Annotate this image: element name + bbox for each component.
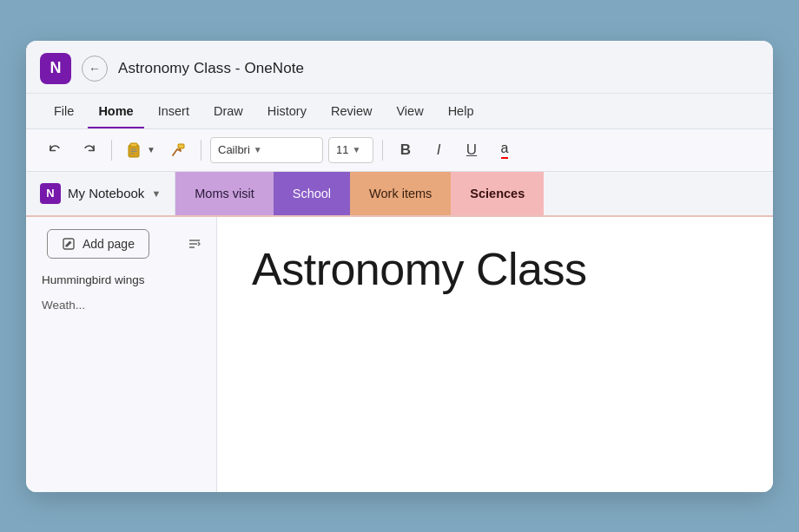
menu-item-history[interactable]: History <box>257 99 317 128</box>
menu-item-help[interactable]: Help <box>438 99 485 128</box>
window-title: Astronomy Class - OneNote <box>118 60 304 77</box>
svg-rect-5 <box>178 144 184 148</box>
main-content[interactable]: Astronomy Class <box>217 217 773 492</box>
menu-item-review[interactable]: Review <box>320 99 383 128</box>
title-bar: N ← Astronomy Class - OneNote <box>26 41 773 94</box>
back-button[interactable]: ← <box>82 56 108 82</box>
font-family-dropdown[interactable]: Cailbri ▼ <box>210 137 323 163</box>
notebook-bar: N My Notebook ▼ Moms visit School Work i… <box>26 172 773 217</box>
tab-moms-visit[interactable]: Moms visit <box>175 172 273 215</box>
sidebar: Add page Hummingbird wings Weath... <box>26 217 217 492</box>
undo-button[interactable] <box>42 136 69 164</box>
toolbar-separator-2 <box>201 140 201 161</box>
content-area: Add page Hummingbird wings Weath... <box>26 217 773 492</box>
page-list: Hummingbird wings Weath... <box>26 267 216 318</box>
page-item-weather[interactable]: Weath... <box>30 292 213 318</box>
onenote-logo-icon: N <box>40 53 71 84</box>
page-title: Astronomy Class <box>252 243 738 295</box>
toolbar-separator-3 <box>382 140 383 161</box>
menu-item-insert[interactable]: Insert <box>148 99 200 128</box>
notebook-selector[interactable]: N My Notebook ▼ <box>26 172 175 215</box>
menu-bar: File Home Insert Draw History Review Vie… <box>26 94 773 129</box>
svg-rect-1 <box>130 143 137 147</box>
toolbar-separator-1 <box>111 140 112 161</box>
font-family-chevron-icon: ▼ <box>254 145 262 154</box>
notebook-chevron-icon: ▼ <box>151 188 161 199</box>
sidebar-header: Add page <box>26 224 216 267</box>
tab-school[interactable]: School <box>274 172 350 215</box>
menu-item-home[interactable]: Home <box>88 99 143 128</box>
font-color-button[interactable]: a <box>491 136 518 164</box>
format-painter-button[interactable] <box>164 136 192 164</box>
italic-button[interactable]: I <box>425 136 452 164</box>
redo-button[interactable] <box>75 136 102 164</box>
font-size-chevron-icon: ▼ <box>352 145 360 154</box>
add-page-button[interactable]: Add page <box>47 229 149 259</box>
app-window: N ← Astronomy Class - OneNote File Home … <box>26 41 773 492</box>
tab-work-items[interactable]: Work items <box>350 172 451 215</box>
menu-item-view[interactable]: View <box>386 99 433 128</box>
font-size-dropdown[interactable]: 11 ▼ <box>328 137 373 163</box>
notebook-icon: N <box>40 183 61 204</box>
menu-item-file[interactable]: File <box>43 99 84 128</box>
paste-button[interactable]: ▼ <box>121 136 159 164</box>
page-item-hummingbird[interactable]: Hummingbird wings <box>30 267 213 292</box>
underline-button[interactable]: U <box>458 136 485 164</box>
notebook-tabs: Moms visit School Work items Sciences <box>175 172 773 215</box>
tab-sciences[interactable]: Sciences <box>451 172 544 215</box>
menu-item-draw[interactable]: Draw <box>203 99 254 128</box>
bold-button[interactable]: B <box>392 136 419 164</box>
notebook-name-label: My Notebook <box>68 186 144 200</box>
sort-button[interactable] <box>183 233 206 259</box>
toolbar: ▼ Cailbri ▼ 11 ▼ B I <box>26 129 773 172</box>
